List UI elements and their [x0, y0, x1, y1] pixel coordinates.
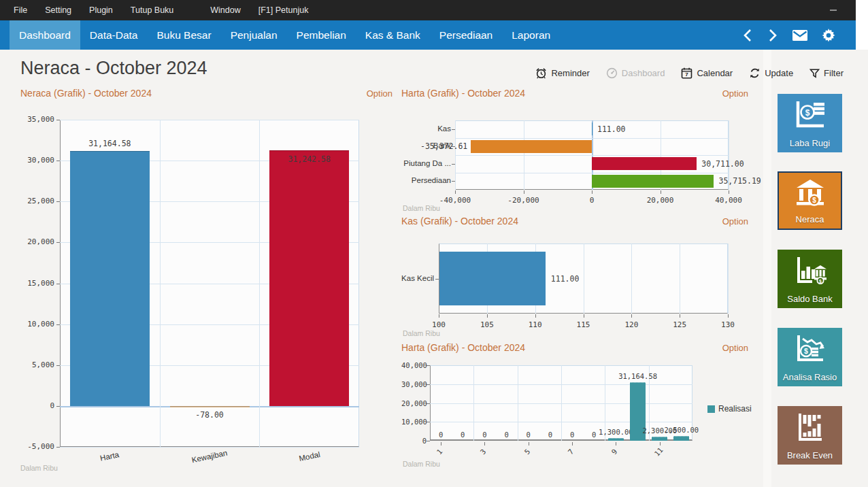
kas-hbar-chart: 100105110115120125130111.00Kas Kecil [401, 231, 762, 326]
y-tick [56, 365, 60, 366]
unit-note-neraca: Dalam Ribu [20, 464, 58, 472]
menu-item-setting[interactable]: Setting [45, 5, 71, 15]
dashboard-label: Dashboard [622, 68, 665, 78]
x-tick-label: 120 [614, 320, 648, 329]
tab-kas-bank[interactable]: Kas & Bank [356, 20, 430, 50]
sidebar-button-label: Break Even [787, 450, 833, 460]
x-tick-label: 130 [711, 320, 745, 329]
gridline-vertical [631, 244, 632, 314]
menu-item-window[interactable]: Window [210, 5, 240, 15]
calendar-button[interactable]: 7 Calendar [681, 67, 733, 79]
menu-item-file[interactable]: File [14, 5, 27, 15]
panel-title-kas: Kas (Grafik) - October 2024 [401, 216, 518, 226]
sidebar-button-laba-rugi[interactable]: $ Laba Rugi [778, 94, 842, 152]
svg-text:$: $ [804, 347, 808, 355]
x-tick-label: 0 [568, 196, 616, 205]
tab-data-data[interactable]: Data-Data [80, 20, 148, 50]
y-tick [56, 284, 60, 284]
reminder-label: Reminder [551, 68, 589, 78]
sidebar-button-neraca[interactable]: $ Neraca [778, 171, 842, 230]
calendar-label: Calendar [697, 68, 733, 78]
tab-laporan[interactable]: Laporan [502, 20, 560, 50]
y-tick [56, 324, 60, 325]
x-tick [592, 190, 592, 194]
svg-text:$: $ [805, 108, 809, 118]
bar-value-label: -35,372.61 [406, 141, 467, 151]
x-tick-label: 105 [470, 320, 504, 329]
gridline [60, 120, 359, 120]
menu-item-petunjuk[interactable]: [F1] Petunjuk [258, 5, 309, 15]
sidebar-button-label: Neraca [796, 214, 824, 224]
gridline-vertical [518, 365, 518, 441]
sidebar-button-saldo-bank[interactable]: $ Saldo Bank [778, 250, 842, 308]
y-tick [56, 242, 60, 243]
x-tick-label: 40,000 [705, 196, 752, 205]
dashboard-content: Neraca - October 2024 Reminder Dashboard… [0, 50, 868, 487]
option-link-neraca[interactable]: Option [367, 88, 393, 99]
nav-bar: Dashboard Data-Data Buku Besar Penjualan… [0, 20, 856, 50]
sidebar-button-break-even[interactable]: Break Even [778, 406, 842, 465]
svg-text:7: 7 [686, 71, 689, 78]
dashboard-button[interactable]: Dashboard [606, 67, 665, 79]
panel-header-neraca: Neraca (Grafik) - October 2024 Option [20, 88, 393, 99]
x-category-label: Kewajiban [176, 446, 244, 468]
x-tick [729, 190, 729, 194]
x-tick [584, 314, 584, 318]
x-tick-label: 11 [651, 444, 666, 460]
panel-title-neraca: Neraca (Grafik) - October 2024 [20, 88, 152, 99]
option-link-harta[interactable]: Option [722, 88, 748, 99]
option-link-kas[interactable]: Option [722, 216, 748, 226]
y-category-label: Piutang Da ... [401, 159, 451, 167]
bar-value-label: 2,500.00 [656, 426, 707, 434]
x-tick-label: 9 [607, 444, 622, 460]
x-tick-label: 110 [518, 320, 552, 329]
y-tick [435, 279, 439, 280]
page-title: Neraca - October 2024 [20, 58, 207, 79]
bar-2 [471, 140, 592, 153]
menu-item-tutup-buku[interactable]: Tutup Buku [131, 5, 173, 15]
x-tick-label: 7 [563, 444, 578, 460]
neraca-bar-chart: 35,00030,00025,00020,00015,00010,0005,00… [20, 109, 393, 480]
reminder-button[interactable]: Reminder [535, 67, 589, 79]
tab-pembelian[interactable]: Pembelian [287, 20, 356, 50]
tab-dashboard[interactable]: Dashboard [10, 20, 80, 50]
gridline [455, 173, 729, 173]
sidebar-button-analisa-rasio[interactable]: $ Analisa Rasio [778, 328, 842, 386]
mail-icon[interactable] [792, 30, 807, 41]
gridline-vertical [680, 244, 680, 314]
x-tick-label: 115 [567, 320, 601, 329]
y-tick-label: 30,000 [20, 156, 54, 165]
gridline-vertical [561, 365, 562, 441]
y-category-label: Persediaan [401, 176, 451, 184]
y-category-label: Kas [401, 124, 451, 133]
y-tick [452, 164, 455, 165]
x-tick-label: 1 [432, 444, 447, 460]
gridline [455, 155, 729, 156]
y-tick [452, 181, 455, 182]
y-tick-label: 15,000 [20, 279, 54, 288]
y-tick-label: 40,000 [401, 361, 427, 369]
bar-3 [592, 157, 697, 170]
update-button[interactable]: Update [749, 67, 793, 79]
chevron-left-icon[interactable] [742, 29, 753, 42]
gridline [455, 138, 729, 139]
unit-note-harta: Dalam Ribu [403, 204, 440, 212]
y-tick-label: 5,000 [20, 360, 54, 369]
panel-title-harta: Harta (Grafik) - October 2024 [401, 88, 525, 99]
bar-kewajiban [170, 406, 250, 407]
scrollbar-track[interactable] [763, 50, 771, 487]
gear-icon[interactable] [822, 29, 835, 42]
bar-month-11 [652, 437, 667, 441]
option-link-harta-bulanan[interactable]: Option [722, 343, 748, 353]
chevron-right-icon[interactable] [767, 29, 778, 42]
update-label: Update [765, 68, 793, 78]
bank-balance-chart-icon: $ [793, 255, 827, 286]
tab-buku-besar[interactable]: Buku Besar [147, 20, 220, 50]
harta-bulanan-bar-chart: 010,00020,00030,00040,000000000001,300.0… [401, 354, 762, 456]
tab-persediaan[interactable]: Persediaan [430, 20, 502, 50]
minimize-button[interactable] [830, 10, 837, 11]
tab-penjualan[interactable]: Penjualan [221, 20, 287, 50]
menu-item-plugin[interactable]: Plugin [89, 5, 113, 15]
sidebar-button-label: Laba Rugi [790, 138, 830, 148]
filter-button[interactable]: Filter [809, 68, 844, 79]
